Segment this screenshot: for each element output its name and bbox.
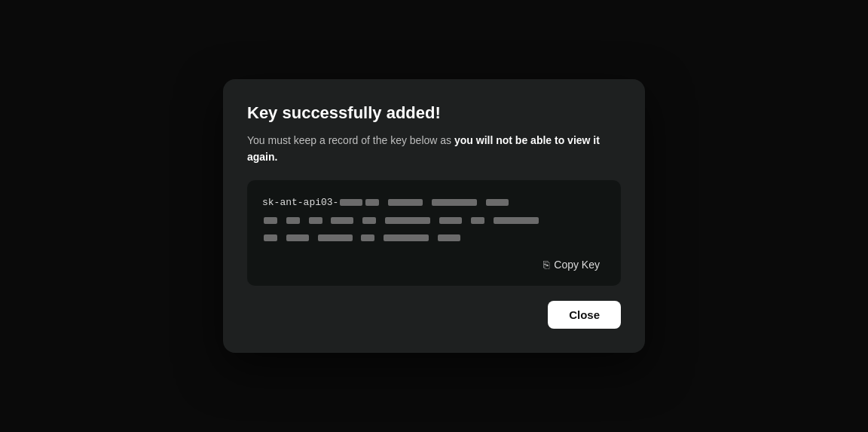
key-segment bbox=[318, 234, 353, 241]
key-segment bbox=[471, 217, 484, 224]
key-segment bbox=[432, 199, 477, 206]
modal-footer: Close bbox=[247, 301, 621, 329]
key-segment bbox=[264, 217, 277, 224]
close-button[interactable]: Close bbox=[548, 301, 621, 329]
dialog: Key successfully added! You must keep a … bbox=[223, 79, 645, 354]
copy-icon: ⎘ bbox=[543, 259, 549, 271]
modal-description: You must keep a record of the key below … bbox=[247, 132, 621, 166]
key-segment bbox=[439, 217, 462, 224]
key-segment bbox=[385, 217, 430, 224]
key-prefix: sk-ant-api03- bbox=[262, 197, 338, 208]
key-segment bbox=[388, 199, 423, 206]
copy-key-button[interactable]: ⎘ Copy Key bbox=[537, 256, 606, 274]
key-segment bbox=[384, 234, 429, 241]
key-segment bbox=[309, 217, 322, 224]
copy-key-label: Copy Key bbox=[554, 259, 600, 271]
api-key-text: sk-ant-api03- bbox=[262, 194, 606, 247]
key-segment bbox=[365, 199, 379, 206]
key-segment bbox=[438, 234, 460, 241]
modal-overlay: Key successfully added! You must keep a … bbox=[0, 0, 868, 432]
key-segment bbox=[361, 234, 374, 241]
key-segment bbox=[286, 217, 300, 224]
modal-title: Key successfully added! bbox=[247, 103, 621, 123]
key-segment bbox=[331, 217, 353, 224]
key-segment bbox=[494, 217, 539, 224]
key-segment bbox=[340, 199, 362, 206]
key-segment bbox=[264, 234, 277, 241]
api-key-box: sk-ant-api03- ⎘ Copy Key bbox=[247, 180, 621, 286]
copy-key-row: ⎘ Copy Key bbox=[262, 256, 606, 274]
key-segment bbox=[362, 217, 376, 224]
key-segment bbox=[286, 234, 309, 241]
key-segment bbox=[486, 199, 509, 206]
